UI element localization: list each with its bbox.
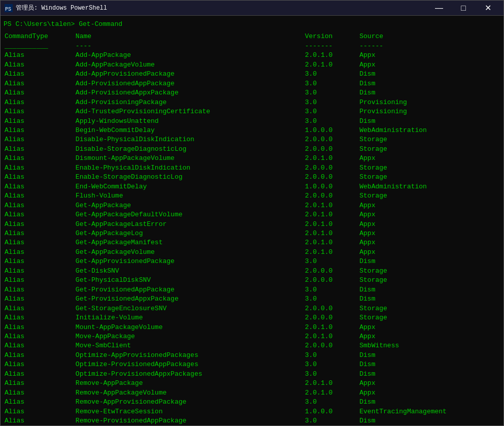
table-cell: Provisioning [358, 98, 500, 107]
table-cell: Alias [4, 126, 75, 135]
table-row: AliasGet-ProvisionedAppPackage3.0Dism [4, 285, 500, 294]
table-cell: Alias [4, 60, 75, 70]
window-title: 管理员: Windows PowerShell [16, 4, 107, 12]
table-cell: Alias [4, 267, 75, 276]
table-cell: Alias [4, 360, 75, 369]
table-cell: Alias [4, 98, 75, 107]
table-cell: Storage [358, 191, 500, 201]
table-cell: Add-ProvisioningPackage [75, 98, 304, 107]
table-cell: Storage [358, 276, 500, 285]
table-cell: Disable-StorageDiagnosticLog [75, 145, 304, 154]
table-cell: 2.0.1.0 [304, 379, 359, 388]
table-cell: Dism [358, 294, 500, 304]
maximize-button[interactable]: □ [452, 1, 475, 16]
table-row: AliasMount-AppPackageVolume2.0.1.0Appx [4, 323, 500, 332]
table-cell: Optimize-AppProvisionedPackages [75, 351, 304, 360]
table-cell: Alias [4, 135, 75, 144]
table-cell: 3.0 [304, 70, 359, 79]
table-cell: Dism [358, 257, 500, 266]
table-row: AliasRemove-EtwTraceSession1.0.0.0EventT… [4, 407, 500, 416]
table-cell: Enable-StorageDiagnosticLog [75, 173, 304, 182]
table-cell: Storage [358, 313, 500, 322]
table-cell: Alias [4, 173, 75, 182]
table-row: AliasInitialize-Volume2.0.0.0Storage [4, 313, 500, 322]
separator-cell: ------ [358, 42, 500, 51]
table-cell: Dism [358, 88, 500, 97]
table-row: AliasAdd-ProvisioningPackage3.0Provision… [4, 98, 500, 107]
table-cell: 2.0.1.0 [304, 388, 359, 398]
table-cell: Get-AppPackageLog [75, 229, 304, 238]
table-cell: Appx [358, 201, 500, 210]
table-cell: Provisioning [358, 107, 500, 116]
table-cell: 2.0.1.0 [304, 238, 359, 247]
table-row: AliasMove-SmbClient2.0.0.0SmbWitness [4, 341, 500, 350]
table-row: AliasGet-AppPackageDefaultVolume2.0.1.0A… [4, 210, 500, 219]
table-cell: 2.0.1.0 [304, 332, 359, 341]
table-row: AliasRemove-ProvisionedAppPackage3.0Dism [4, 416, 500, 425]
table-cell: Remove-AppPackageVolume [75, 388, 304, 398]
table-row: AliasGet-AppPackageManifest2.0.1.0Appx [4, 238, 500, 247]
table-cell: Appx [358, 332, 500, 341]
table-cell: Dism [358, 70, 500, 79]
table-cell: 3.0 [304, 98, 359, 107]
table-cell: Remove-ProvisionedAppPackage [75, 416, 304, 425]
table-cell: WebAdministration [358, 126, 500, 135]
table-row: AliasDisable-StorageDiagnosticLog2.0.0.0… [4, 145, 500, 154]
table-row: AliasDisable-PhysicalDiskIndication2.0.0… [4, 135, 500, 144]
table-row: AliasAdd-ProvisionedAppPackage3.0Dism [4, 79, 500, 88]
table-cell: Alias [4, 220, 75, 229]
table-cell: Alias [4, 88, 75, 97]
table-cell: Storage [358, 163, 500, 173]
table-cell: Add-AppPackage [75, 51, 304, 60]
table-cell: Alias [4, 370, 75, 379]
table-row: AliasGet-AppPackageLog2.0.1.0Appx [4, 229, 500, 238]
table-cell: Alias [4, 210, 75, 219]
table-cell: Get-ProvisionedAppxPackage [75, 294, 304, 304]
table-cell: Appx [358, 248, 500, 257]
table-cell: 2.0.1.0 [304, 60, 359, 70]
table-cell: Get-StorageEnclosureSNV [75, 304, 304, 313]
terminal-content[interactable]: PS C:\Users\talen> Get-Command CommandTy… [1, 16, 503, 425]
table-cell: Alias [4, 351, 75, 360]
table-cell: Add-AppProvisionedPackage [75, 70, 304, 79]
table-cell: EventTracingManagement [358, 407, 500, 416]
powershell-window: PS 管理员: Windows PowerShell — □ ✕ PS C:\U… [0, 0, 504, 426]
table-cell: Appx [358, 379, 500, 388]
table-cell: Alias [4, 191, 75, 201]
table-cell: Alias [4, 248, 75, 257]
table-row: AliasFlush-Volume2.0.0.0Storage [4, 191, 500, 201]
table-cell: Storage [358, 135, 500, 144]
table-cell: Dism [358, 117, 500, 126]
table-cell: 3.0 [304, 351, 359, 360]
table-cell: Storage [358, 304, 500, 313]
table-cell: Dism [358, 370, 500, 379]
table-cell: Alias [4, 388, 75, 398]
table-cell: 3.0 [304, 117, 359, 126]
table-cell: Alias [4, 51, 75, 60]
table-cell: Get-PhysicalDiskSNV [75, 276, 304, 285]
table-cell: Appx [358, 388, 500, 398]
table-cell: 3.0 [304, 398, 359, 407]
table-cell: Alias [4, 182, 75, 191]
close-button[interactable]: ✕ [476, 1, 499, 16]
table-cell: 2.0.1.0 [304, 210, 359, 219]
table-header-row: CommandTypeNameVersionSource [4, 32, 500, 41]
table-row: AliasOptimize-AppProvisionedPackages3.0D… [4, 351, 500, 360]
table-cell: Alias [4, 145, 75, 154]
table-cell: Appx [358, 323, 500, 332]
minimize-button[interactable]: — [427, 1, 451, 16]
table-cell: 2.0.0.0 [304, 267, 359, 276]
table-row: AliasAdd-TrustedProvisioningCertificate3… [4, 107, 500, 116]
table-row: AliasOptimize-ProvisionedAppxPackages3.0… [4, 370, 500, 379]
table-row: AliasEnd-WebCommitDelay1.0.0.0WebAdminis… [4, 182, 500, 191]
title-bar: PS 管理员: Windows PowerShell — □ ✕ [1, 1, 503, 16]
table-cell: Alias [4, 107, 75, 116]
table-cell: Alias [4, 201, 75, 210]
table-cell: Enable-PhysicalDiskIndication [75, 163, 304, 173]
table-cell: Storage [358, 173, 500, 182]
table-cell: 2.0.1.0 [304, 51, 359, 60]
table-cell: Alias [4, 416, 75, 425]
title-bar-controls: — □ ✕ [427, 1, 499, 16]
table-cell: Get-AppPackageDefaultVolume [75, 210, 304, 219]
table-cell: 3.0 [304, 107, 359, 116]
